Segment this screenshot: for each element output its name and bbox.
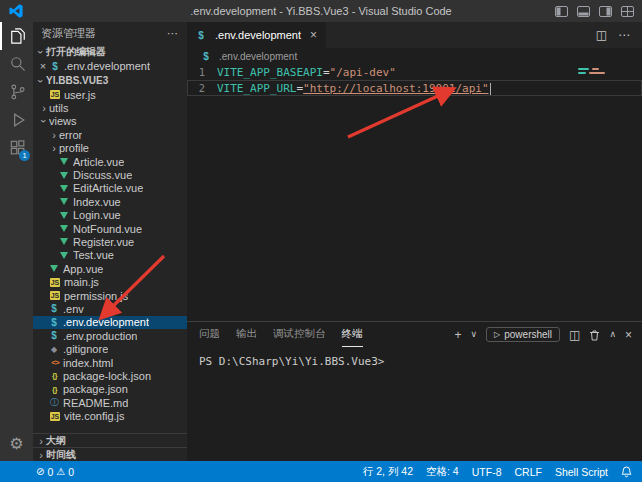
tree-item-profile[interactable]: ›profile (33, 142, 187, 155)
tree-item-user.js[interactable]: JSuser.js (33, 88, 187, 101)
editor-tab-bar: $ .env.development × ◫ ⋯ (187, 22, 642, 48)
tree-item-Article.vue[interactable]: Article.vue (33, 155, 187, 168)
new-terminal-icon[interactable]: + (454, 329, 461, 341)
open-editors-label: 打开的编辑器 (46, 45, 106, 59)
outline-header[interactable]: › 大纲 (33, 433, 187, 447)
tab-env-development[interactable]: $ .env.development × (187, 22, 327, 48)
source-control-icon[interactable] (0, 78, 33, 106)
tree-item-package-lock.json[interactable]: {}package-lock.json (33, 369, 187, 382)
open-editor-item[interactable]: × $ .env.development (33, 59, 187, 73)
language-mode[interactable]: Shell Script (555, 466, 608, 478)
tree-item-package.json[interactable]: {}package.json (33, 383, 187, 396)
search-icon[interactable] (0, 50, 33, 78)
vue-icon (60, 212, 68, 219)
customize-layout-icon[interactable] (621, 6, 634, 17)
warning-icon: ⚠ (56, 466, 65, 477)
file-name: EditArticle.vue (73, 182, 143, 194)
editor-more-actions-icon[interactable]: ⋯ (618, 29, 630, 41)
indentation[interactable]: 空格: 4 (426, 465, 459, 479)
chevron-icon: › (39, 103, 49, 113)
file-name: package.json (63, 383, 128, 395)
tree-item-views[interactable]: ›views (33, 115, 187, 128)
minimap[interactable] (578, 68, 624, 76)
file-name: .gitignore (63, 343, 108, 355)
file-name: profile (59, 142, 89, 154)
terminal-output[interactable]: PS D:\CSharp\Yi\Yi.BBS.Vue3> (187, 347, 642, 376)
code-line-2[interactable]: 2VITE_APP_URL="http://localhost:19001/ap… (187, 80, 642, 96)
settings-gear-icon[interactable]: ⚙ (0, 430, 33, 456)
tree-item-.env.production[interactable]: $.env.production (33, 329, 187, 342)
file-name: Index.vue (73, 196, 121, 208)
terminal-instance-powershell[interactable]: ▷ powershell (486, 327, 560, 342)
project-label: YI.BBS.VUE3 (46, 75, 108, 86)
split-editor-icon[interactable]: ◫ (596, 29, 607, 41)
file-name: .env.development (63, 316, 149, 328)
close-icon[interactable]: × (37, 60, 49, 72)
tab-close-icon[interactable]: × (310, 28, 317, 42)
code-line-1[interactable]: 1VITE_APP_BASEAPI="/api-dev" (187, 64, 642, 80)
tree-item-NotFound.vue[interactable]: NotFound.vue (33, 222, 187, 235)
panel-tab-终端[interactable]: 终端 (342, 322, 363, 347)
terminal-profile-dropdown-icon[interactable]: ∨ (470, 330, 477, 339)
close-panel-icon[interactable]: × (625, 329, 632, 341)
vue-icon (60, 185, 68, 192)
file-name: utils (49, 102, 69, 114)
json-icon: {} (49, 371, 60, 380)
problems-status[interactable]: ⊘ 0 ⚠ 0 (36, 466, 74, 478)
js-icon: JS (50, 412, 60, 421)
more-actions-icon[interactable]: ⋯ (167, 22, 179, 44)
run-debug-icon[interactable] (0, 106, 33, 134)
tree-item-Discuss.vue[interactable]: Discuss.vue (33, 168, 187, 181)
eol-sequence[interactable]: CRLF (514, 466, 541, 478)
vue-icon (50, 265, 58, 272)
encoding[interactable]: UTF-8 (472, 466, 502, 478)
maximize-panel-icon[interactable]: ∧ (609, 330, 616, 339)
open-editor-name: .env.development (64, 60, 150, 72)
chevron-icon: › (49, 143, 59, 153)
tree-item-index.html[interactable]: <>index.html (33, 356, 187, 369)
toggle-secondary-sidebar-icon[interactable] (599, 6, 612, 17)
tree-item-.env[interactable]: $.env (33, 302, 187, 315)
file-name: Discuss.vue (73, 169, 132, 181)
project-header[interactable]: › YI.BBS.VUE3 (33, 73, 187, 88)
tree-item-.gitignore[interactable]: ◆.gitignore (33, 342, 187, 355)
tree-item-.env.development[interactable]: $.env.development (33, 316, 187, 329)
panel-tab-输出[interactable]: 输出 (236, 322, 257, 347)
tree-item-Login.vue[interactable]: Login.vue (33, 209, 187, 222)
cursor-position[interactable]: 行 2, 列 42 (363, 465, 413, 479)
status-bar: ⊘ 0 ⚠ 0 行 2, 列 42 空格: 4 UTF-8 CRLF Shell… (0, 461, 642, 482)
toggle-panel-icon[interactable] (577, 6, 590, 17)
tree-item-error[interactable]: ›error (33, 128, 187, 141)
split-terminal-icon[interactable]: ◫ (569, 329, 580, 341)
kill-terminal-icon[interactable] (589, 329, 600, 341)
file-name: views (49, 115, 77, 127)
panel-tab-问题[interactable]: 问题 (199, 322, 220, 347)
file-name: error (59, 129, 82, 141)
extensions-icon[interactable]: 1 (0, 134, 33, 162)
vue-icon (60, 172, 68, 179)
panel-tab-调试控制台[interactable]: 调试控制台 (273, 322, 326, 347)
timeline-header[interactable]: › 时间线 (33, 447, 187, 461)
tree-item-App.vue[interactable]: App.vue (33, 262, 187, 275)
tree-item-EditArticle.vue[interactable]: EditArticle.vue (33, 182, 187, 195)
open-editors-header[interactable]: › 打开的编辑器 (33, 44, 187, 59)
activity-bar: 1 ⚙ (0, 22, 33, 461)
file-name: Test.vue (73, 249, 114, 261)
sidebar-title-row: 资源管理器 ⋯ (33, 22, 187, 44)
tree-item-Register.vue[interactable]: Register.vue (33, 235, 187, 248)
timeline-label: 时间线 (46, 448, 76, 462)
tree-item-utils[interactable]: ›utils (33, 101, 187, 114)
code-editor[interactable]: 1VITE_APP_BASEAPI="/api-dev"2VITE_APP_UR… (187, 64, 642, 96)
tree-item-Test.vue[interactable]: Test.vue (33, 249, 187, 262)
tree-item-main.js[interactable]: JSmain.js (33, 275, 187, 288)
tree-item-permission.js[interactable]: JSpermission.js (33, 289, 187, 302)
html-icon: <> (49, 358, 61, 367)
breadcrumb[interactable]: $ .env.development (187, 48, 642, 64)
explorer-icon[interactable] (0, 22, 33, 50)
chevron-icon: › (49, 130, 59, 140)
toggle-sidebar-icon[interactable] (555, 6, 568, 17)
tree-item-vite.config.js[interactable]: JSvite.config.js (33, 409, 187, 422)
notifications-bell-icon[interactable] (621, 466, 632, 478)
tree-item-README.md[interactable]: ⓘREADME.md (33, 396, 187, 409)
tree-item-Index.vue[interactable]: Index.vue (33, 195, 187, 208)
